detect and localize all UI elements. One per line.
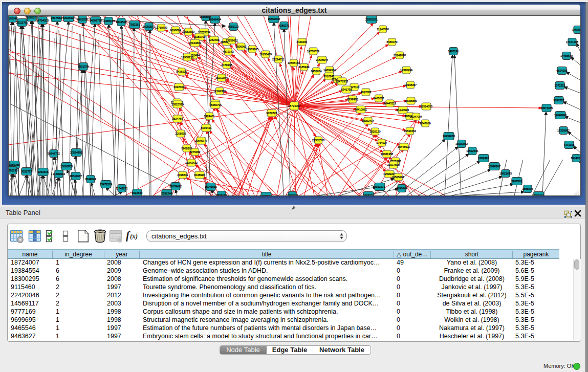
svg-text:23472274: 23472274 xyxy=(100,183,112,186)
svg-text:22926327: 22926327 xyxy=(62,16,75,19)
svg-text:1926120: 1926120 xyxy=(370,130,381,133)
svg-text:6524305: 6524305 xyxy=(557,69,568,72)
svg-text:9372828: 9372828 xyxy=(267,112,277,115)
svg-text:10365880: 10365880 xyxy=(405,99,417,102)
svg-text:21782994: 21782994 xyxy=(53,172,65,176)
svg-text:11150790: 11150790 xyxy=(193,35,205,38)
svg-text:5276362: 5276362 xyxy=(190,150,201,154)
svg-text:9749844: 9749844 xyxy=(85,178,96,181)
svg-text:3688094: 3688094 xyxy=(522,187,533,190)
svg-text:3524764: 3524764 xyxy=(172,117,183,120)
svg-text:12505153: 12505153 xyxy=(288,61,300,64)
svg-text:23502558: 23502558 xyxy=(312,139,324,142)
svg-text:9912544: 9912544 xyxy=(132,191,143,194)
svg-text:5969202: 5969202 xyxy=(182,147,192,150)
svg-text:9343522: 9343522 xyxy=(116,20,127,24)
svg-text:3299194: 3299194 xyxy=(534,194,545,195)
svg-text:9547069: 9547069 xyxy=(420,122,431,125)
svg-text:5391546: 5391546 xyxy=(162,192,172,195)
svg-text:16052972: 16052972 xyxy=(143,25,155,28)
svg-text:7371915: 7371915 xyxy=(564,143,575,146)
svg-text:21294721: 21294721 xyxy=(272,58,285,61)
svg-text:8048998: 8048998 xyxy=(194,173,205,177)
svg-text:2817683: 2817683 xyxy=(51,16,62,19)
svg-text:15066853: 15066853 xyxy=(60,165,73,168)
svg-text:19890931: 19890931 xyxy=(286,194,298,195)
svg-text:17329982: 17329982 xyxy=(557,129,570,132)
svg-text:2908561: 2908561 xyxy=(512,180,522,183)
svg-text:20481358: 20481358 xyxy=(381,152,393,156)
svg-text:22524555: 22524555 xyxy=(420,105,432,108)
svg-text:15631662: 15631662 xyxy=(404,129,416,133)
svg-text:21017609: 21017609 xyxy=(387,163,400,166)
svg-text:19786573: 19786573 xyxy=(307,50,319,53)
svg-text:4285271: 4285271 xyxy=(279,24,290,27)
svg-text:9426230: 9426230 xyxy=(177,70,187,73)
svg-text:2479306: 2479306 xyxy=(222,63,232,67)
svg-text:20347084: 20347084 xyxy=(410,115,422,118)
svg-text:11525264: 11525264 xyxy=(392,176,404,179)
svg-text:10138489: 10138489 xyxy=(259,53,272,56)
svg-text:17958713: 17958713 xyxy=(181,56,193,59)
svg-text:10346424: 10346424 xyxy=(209,18,221,21)
svg-text:8152271: 8152271 xyxy=(375,185,385,188)
svg-text:15825539: 15825539 xyxy=(171,103,184,106)
svg-text:20948752: 20948752 xyxy=(48,152,60,155)
svg-text:1072322: 1072322 xyxy=(555,84,565,87)
svg-text:22659412: 22659412 xyxy=(169,185,182,188)
svg-text:9382113: 9382113 xyxy=(228,25,239,28)
svg-text:1495191: 1495191 xyxy=(448,50,459,53)
svg-text:14636992: 14636992 xyxy=(572,28,580,31)
svg-text:1324461: 1324461 xyxy=(204,115,215,118)
svg-text:10562590: 10562590 xyxy=(182,30,194,33)
svg-text:8463637: 8463637 xyxy=(374,97,384,100)
svg-text:14794303: 14794303 xyxy=(36,19,49,22)
svg-text:9764927: 9764927 xyxy=(377,141,387,144)
svg-text:18724007: 18724007 xyxy=(288,104,300,107)
svg-text:12192300: 12192300 xyxy=(213,90,226,93)
svg-text:4627087: 4627087 xyxy=(361,91,372,94)
svg-text:11542261: 11542261 xyxy=(116,187,128,190)
svg-text:23478353: 23478353 xyxy=(336,80,348,83)
svg-text:18445631: 18445631 xyxy=(398,145,410,148)
svg-text:9898737: 9898737 xyxy=(554,99,564,102)
svg-text:20434065: 20434065 xyxy=(443,135,455,138)
svg-text:14370299: 14370299 xyxy=(400,69,412,72)
svg-text:12710793: 12710793 xyxy=(155,26,167,29)
svg-text:11240506: 11240506 xyxy=(377,28,389,31)
svg-text:19193052: 19193052 xyxy=(455,142,468,145)
svg-text:6452654: 6452654 xyxy=(311,70,322,73)
svg-text:6341793: 6341793 xyxy=(341,88,352,91)
svg-text:(x): (x) xyxy=(130,232,138,240)
svg-text:2299382: 2299382 xyxy=(347,98,358,101)
svg-text:16445213: 16445213 xyxy=(384,102,396,105)
svg-text:3458221: 3458221 xyxy=(363,194,374,195)
svg-text:2682497: 2682497 xyxy=(478,157,489,160)
svg-text:18541677: 18541677 xyxy=(70,174,82,178)
svg-text:20545777: 20545777 xyxy=(195,139,207,142)
svg-text:23111791: 23111791 xyxy=(16,21,28,24)
svg-text:21825944: 21825944 xyxy=(316,58,328,61)
svg-text:16998367: 16998367 xyxy=(488,165,500,168)
svg-text:8304829: 8304829 xyxy=(571,157,581,160)
svg-text:3280388: 3280388 xyxy=(9,163,20,166)
svg-text:11522831: 11522831 xyxy=(466,149,478,152)
svg-text:8931579: 8931579 xyxy=(78,65,89,68)
svg-text:7382351: 7382351 xyxy=(129,23,140,26)
svg-text:5022727: 5022727 xyxy=(21,170,32,173)
svg-text:21340993: 21340993 xyxy=(397,108,409,112)
svg-text:15350791: 15350791 xyxy=(209,103,222,106)
svg-text:6001431: 6001431 xyxy=(201,126,212,129)
svg-text:9196824: 9196824 xyxy=(170,29,181,32)
svg-text:8892133: 8892133 xyxy=(9,169,18,172)
svg-text:2338649: 2338649 xyxy=(178,173,188,177)
svg-text:23147038: 23147038 xyxy=(394,54,406,57)
svg-text:15212844: 15212844 xyxy=(215,76,228,79)
svg-text:18821635: 18821635 xyxy=(499,172,512,175)
svg-text:4449181: 4449181 xyxy=(297,40,308,43)
svg-text:1262499: 1262499 xyxy=(209,38,220,41)
svg-text:14834304: 14834304 xyxy=(323,69,336,72)
svg-text:10348367: 10348367 xyxy=(404,83,417,86)
svg-text:4873143: 4873143 xyxy=(223,50,234,53)
svg-text:4165048: 4165048 xyxy=(9,17,18,20)
